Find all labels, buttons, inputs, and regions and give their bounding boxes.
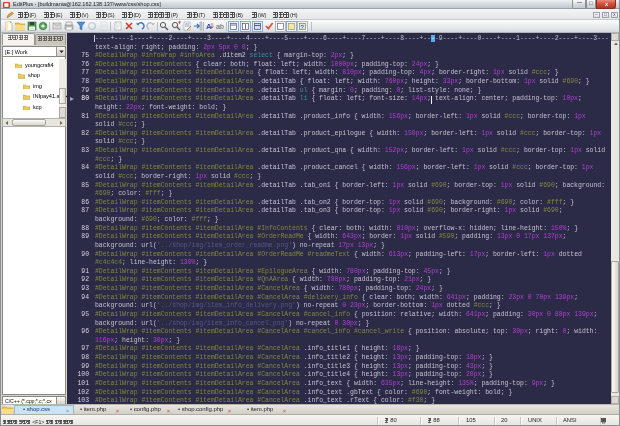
svg-text:ab: ab	[216, 23, 224, 30]
